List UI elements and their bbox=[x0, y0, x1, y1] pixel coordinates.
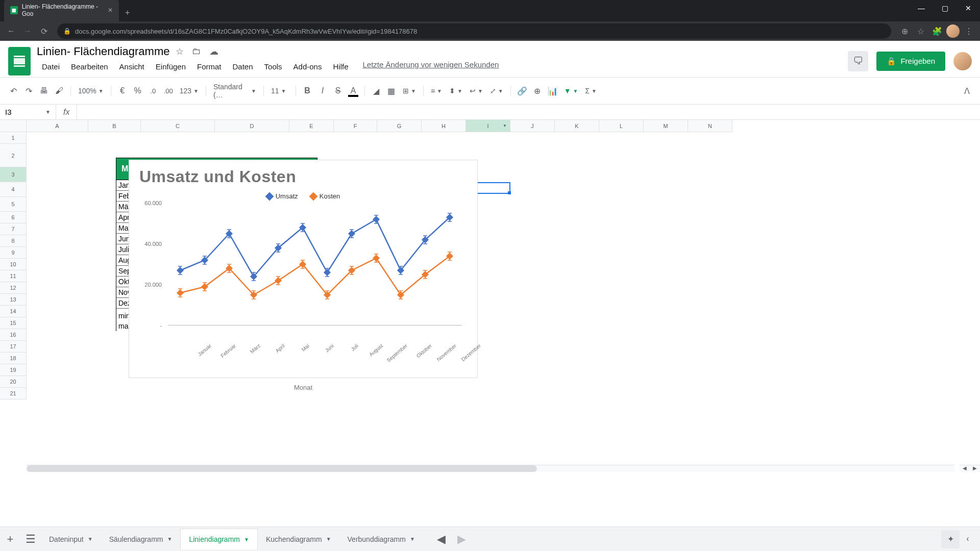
row-header-11[interactable]: 11 bbox=[0, 270, 27, 282]
paint-format-button[interactable]: 🖌 bbox=[52, 84, 66, 98]
add-sheet-button[interactable]: + bbox=[0, 529, 20, 549]
doc-title[interactable]: Linien- Flächendiagramme bbox=[37, 45, 169, 58]
menu-add-ons[interactable]: Add-ons bbox=[288, 60, 327, 73]
menu-tools[interactable]: Tools bbox=[259, 60, 287, 73]
col-header-E[interactable]: E bbox=[289, 120, 334, 132]
row-header-10[interactable]: 10 bbox=[0, 259, 27, 270]
menu-daten[interactable]: Daten bbox=[228, 60, 258, 73]
fill-color-button[interactable]: ◢ bbox=[369, 84, 383, 98]
formula-input[interactable] bbox=[77, 105, 980, 119]
currency-button[interactable]: € bbox=[115, 84, 130, 98]
reload-button[interactable]: ⟳ bbox=[37, 24, 51, 38]
col-header-J[interactable]: J bbox=[510, 120, 555, 132]
row-header-1[interactable]: 1 bbox=[0, 132, 27, 144]
filter-button[interactable]: ▼▼ bbox=[561, 85, 581, 97]
decrease-decimal-button[interactable]: .0 bbox=[146, 84, 160, 98]
sheets-logo[interactable] bbox=[8, 47, 31, 76]
increase-decimal-button[interactable]: .00 bbox=[161, 84, 176, 98]
sheet-tab-verbunddiagramm[interactable]: Verbunddiagramm▼ bbox=[339, 529, 423, 549]
insert-comment-button[interactable]: ⊕ bbox=[530, 84, 545, 98]
window-maximize[interactable]: ▢ bbox=[933, 0, 957, 16]
sheet-tab-liniendiagramm[interactable]: Liniendiagramm▼ bbox=[180, 529, 258, 549]
sheet-tab-dateninput[interactable]: Dateninput▼ bbox=[41, 529, 101, 549]
col-header-G[interactable]: G bbox=[377, 120, 422, 132]
row-header-7[interactable]: 7 bbox=[0, 223, 27, 235]
share-button[interactable]: 🔒 Freigeben bbox=[876, 52, 945, 71]
row-header-5[interactable]: 5 bbox=[0, 197, 27, 212]
strikethrough-button[interactable]: S bbox=[331, 84, 345, 98]
url-bar[interactable]: 🔒 docs.google.com/spreadsheets/d/16sZAG8… bbox=[57, 23, 891, 39]
row-header-12[interactable]: 12 bbox=[0, 282, 27, 294]
all-sheets-button[interactable]: ☰ bbox=[20, 529, 41, 549]
redo-button[interactable]: ↷ bbox=[21, 84, 36, 98]
sheet-nav-right[interactable]: ▶ bbox=[452, 529, 472, 549]
col-header-A[interactable]: A bbox=[27, 120, 88, 132]
menu-einfügen[interactable]: Einfügen bbox=[151, 60, 191, 73]
insert-link-button[interactable]: 🔗 bbox=[515, 84, 529, 98]
menu-hilfe[interactable]: Hilfe bbox=[328, 60, 353, 73]
undo-button[interactable]: ↶ bbox=[6, 84, 20, 98]
row-header-14[interactable]: 14 bbox=[0, 306, 27, 317]
cell-grid[interactable]: M JanFebMärAprMaiJunJuliAugSepOktNovDezm… bbox=[27, 132, 980, 496]
horizontal-align-dropdown[interactable]: ≡▼ bbox=[428, 85, 445, 97]
row-header-16[interactable]: 16 bbox=[0, 329, 27, 341]
col-header-H[interactable]: H bbox=[422, 120, 466, 132]
sheet-tab-kuchendiagramm[interactable]: Kuchendiagramm▼ bbox=[258, 529, 339, 549]
browser-menu-icon[interactable]: ⋮ bbox=[962, 24, 976, 38]
col-header-L[interactable]: L bbox=[599, 120, 644, 132]
menu-format[interactable]: Format bbox=[192, 60, 227, 73]
number-format-dropdown[interactable]: 123▼ bbox=[177, 85, 202, 97]
window-minimize[interactable]: — bbox=[910, 0, 933, 16]
row-header-15[interactable]: 15 bbox=[0, 317, 27, 329]
menu-datei[interactable]: Datei bbox=[37, 60, 65, 73]
sheet-tab-säulendiagramm[interactable]: Säulendiagramm▼ bbox=[101, 529, 181, 549]
new-tab-button[interactable]: + bbox=[119, 4, 136, 21]
star-icon[interactable]: ☆ bbox=[176, 46, 184, 57]
row-header-4[interactable]: 4 bbox=[0, 182, 27, 197]
col-header-D[interactable]: D bbox=[215, 120, 289, 132]
browser-tab-active[interactable]: ▦ Linien- Flächendiagramme - Goo ✕ bbox=[4, 0, 119, 21]
functions-dropdown[interactable]: Σ▼ bbox=[582, 85, 600, 97]
bookmark-icon[interactable]: ☆ bbox=[914, 24, 928, 38]
text-wrap-dropdown[interactable]: ↩▼ bbox=[467, 85, 486, 97]
row-header-21[interactable]: 21 bbox=[0, 388, 27, 399]
borders-button[interactable]: ▦ bbox=[384, 84, 399, 98]
col-header-K[interactable]: K bbox=[555, 120, 599, 132]
row-header-6[interactable]: 6 bbox=[0, 212, 27, 223]
merge-cells-dropdown[interactable]: ⊞▼ bbox=[400, 85, 419, 97]
side-panel-toggle[interactable]: ‹ bbox=[960, 531, 976, 547]
window-close[interactable]: ✕ bbox=[957, 0, 980, 16]
last-edit-link[interactable]: Letzte Änderung vor wenigen Sekunden bbox=[362, 60, 499, 73]
menu-ansicht[interactable]: Ansicht bbox=[114, 60, 150, 73]
embedded-chart[interactable]: Umsatz und Kosten UmsatzKosten -20.00040… bbox=[129, 160, 478, 378]
col-header-F[interactable]: F bbox=[334, 120, 377, 132]
row-header-2[interactable]: 2 bbox=[0, 144, 27, 167]
col-header-B[interactable]: B bbox=[88, 120, 141, 132]
text-color-button[interactable]: A bbox=[346, 84, 360, 98]
explore-button[interactable]: ✦ bbox=[941, 530, 960, 548]
zoom-icon[interactable]: ⊕ bbox=[897, 24, 912, 38]
italic-button[interactable]: I bbox=[315, 84, 330, 98]
cloud-status-icon[interactable]: ☁ bbox=[209, 46, 218, 57]
menu-bearbeiten[interactable]: Bearbeiten bbox=[66, 60, 113, 73]
back-button[interactable]: ← bbox=[4, 24, 18, 38]
print-button[interactable]: 🖶 bbox=[37, 84, 51, 98]
vertical-align-dropdown[interactable]: ⬍▼ bbox=[446, 85, 465, 97]
close-tab-icon[interactable]: ✕ bbox=[108, 7, 113, 14]
font-size-dropdown[interactable]: 11▼ bbox=[268, 85, 291, 97]
name-box[interactable]: I3▼ bbox=[0, 105, 56, 119]
font-dropdown[interactable]: Standard (…▼ bbox=[210, 81, 259, 101]
row-header-8[interactable]: 8 bbox=[0, 235, 27, 247]
col-header-M[interactable]: M bbox=[644, 120, 688, 132]
scroll-left-icon[interactable]: ◀ bbox=[960, 465, 970, 472]
scroll-right-icon[interactable]: ▶ bbox=[970, 465, 980, 472]
zoom-dropdown[interactable]: 100%▼ bbox=[75, 85, 107, 97]
row-header-13[interactable]: 13 bbox=[0, 294, 27, 306]
select-all-corner[interactable] bbox=[0, 120, 27, 132]
row-header-3[interactable]: 3 bbox=[0, 167, 27, 182]
row-header-19[interactable]: 19 bbox=[0, 364, 27, 376]
horizontal-scrollbar[interactable] bbox=[27, 465, 954, 472]
col-header-N[interactable]: N bbox=[688, 120, 732, 132]
row-header-18[interactable]: 18 bbox=[0, 353, 27, 364]
extensions-icon[interactable]: 🧩 bbox=[930, 24, 944, 38]
